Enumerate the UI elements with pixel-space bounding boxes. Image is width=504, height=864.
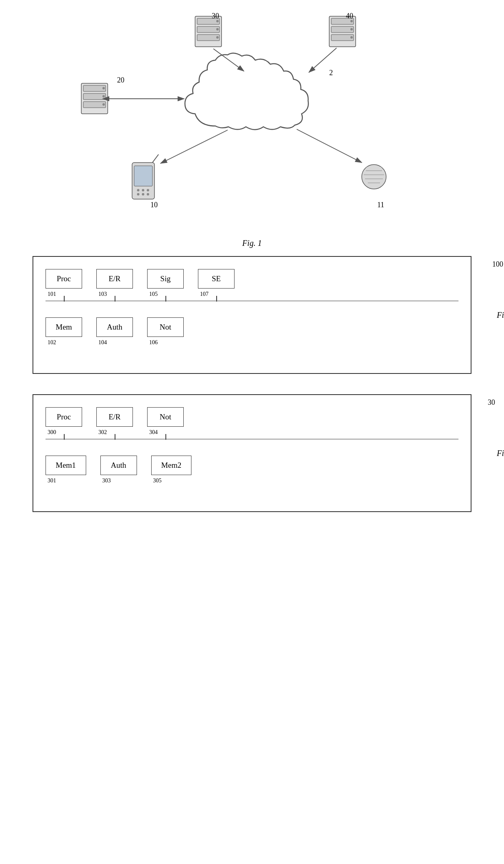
- fig4-er-number: 302: [98, 429, 107, 436]
- svg-rect-17: [83, 85, 106, 91]
- fig4-er-box: E/R 302: [96, 407, 133, 427]
- auth-box: Auth: [96, 317, 133, 337]
- mem-box: Mem: [46, 317, 82, 337]
- svg-point-13: [350, 28, 353, 30]
- fig3-auth-box: Auth 104: [96, 317, 133, 337]
- fig1-caption: Fig. 1: [242, 239, 262, 248]
- svg-point-28: [147, 189, 149, 191]
- sig-number: 105: [149, 291, 158, 297]
- svg-rect-3: [197, 35, 219, 41]
- fig4-proc-number: 300: [48, 429, 56, 436]
- svg-point-6: [216, 36, 219, 39]
- proc-number: 101: [48, 291, 56, 297]
- svg-point-5: [216, 28, 219, 30]
- fig3-proc-box: Proc 101: [46, 269, 82, 289]
- svg-point-29: [137, 193, 139, 195]
- se-number: 107: [200, 291, 209, 297]
- not-box: Not: [147, 317, 184, 337]
- fig4-auth: Auth: [100, 456, 137, 475]
- svg-rect-10: [331, 26, 354, 33]
- mem-number: 102: [48, 339, 56, 346]
- svg-point-34: [362, 165, 386, 189]
- svg-point-30: [142, 193, 144, 195]
- se-box: SE: [198, 269, 235, 289]
- fig4-auth-number: 303: [102, 478, 111, 484]
- mem1-box: Mem1: [46, 456, 86, 475]
- fig3-mem-box: Mem 102: [46, 317, 82, 337]
- server20-label: 20: [117, 76, 124, 84]
- svg-rect-19: [83, 102, 106, 108]
- fig4-proc: Proc: [46, 407, 82, 427]
- svg-point-14: [350, 36, 353, 39]
- svg-point-20: [102, 87, 105, 89]
- fig4-not: Not: [147, 407, 184, 427]
- svg-line-33: [161, 130, 228, 163]
- svg-point-4: [216, 20, 219, 22]
- cloud-label: 2: [329, 69, 333, 77]
- svg-rect-25: [134, 166, 152, 186]
- fig3-se-box: SE 107: [198, 269, 235, 289]
- not-number: 106: [149, 339, 158, 346]
- svg-point-12: [350, 20, 353, 22]
- server40-label: 40: [346, 12, 353, 20]
- svg-point-31: [147, 193, 149, 195]
- fig3-er-box: E/R 103: [96, 269, 133, 289]
- proc-box: Proc: [46, 269, 82, 289]
- fig3-box: 100 Proc 101 E/R 103 Sig 105: [33, 256, 471, 374]
- fig4-box: 30 Proc 300 E/R 302 Not 304: [33, 394, 471, 512]
- fig4-container: 30 Proc 300 E/R 302 Not 304: [33, 394, 471, 512]
- fig3-number: 100: [492, 260, 503, 269]
- svg-point-27: [142, 189, 144, 191]
- svg-point-21: [102, 95, 105, 98]
- svg-point-22: [102, 103, 105, 106]
- fig1-area: 2 30: [0, 0, 504, 252]
- fig4-label: Fig. 4: [497, 449, 504, 458]
- fig4-not-number: 304: [149, 429, 158, 436]
- er-number: 103: [98, 291, 107, 297]
- fig4-auth-box: Auth 303: [100, 456, 137, 475]
- fig3-sig-box: Sig 105: [147, 269, 184, 289]
- mem1-number: 301: [48, 478, 56, 484]
- fig3-not-box: Not 106: [147, 317, 184, 337]
- device11-label: 11: [377, 201, 384, 209]
- fig4-number: 30: [488, 398, 495, 407]
- fig4-not-box: Not 304: [147, 407, 184, 427]
- fig4-er: E/R: [96, 407, 133, 427]
- auth-number: 104: [98, 339, 107, 346]
- mobile-label: 10: [150, 201, 158, 209]
- svg-rect-11: [331, 35, 354, 41]
- svg-point-26: [137, 189, 139, 191]
- mem2-number: 305: [153, 478, 162, 484]
- fig1-diagram: 2 30: [69, 12, 435, 248]
- svg-rect-2: [197, 26, 219, 33]
- page: 2 30: [0, 0, 504, 864]
- server30-label: 30: [212, 12, 219, 20]
- fig4-proc-box: Proc 300: [46, 407, 82, 427]
- er-box: E/R: [96, 269, 133, 289]
- fig4-mem1-box: Mem1 301: [46, 456, 86, 475]
- svg-line-7: [213, 49, 244, 71]
- fig3-container: 100 Proc 101 E/R 103 Sig 105: [33, 256, 471, 374]
- svg-line-32: [152, 154, 159, 163]
- fig3-label: Fig. 3: [497, 310, 504, 320]
- svg-line-39: [297, 129, 362, 163]
- svg-rect-18: [83, 93, 106, 100]
- fig4-mem2-box: Mem2 305: [151, 456, 192, 475]
- mem2-box: Mem2: [151, 456, 192, 475]
- sig-box: Sig: [147, 269, 184, 289]
